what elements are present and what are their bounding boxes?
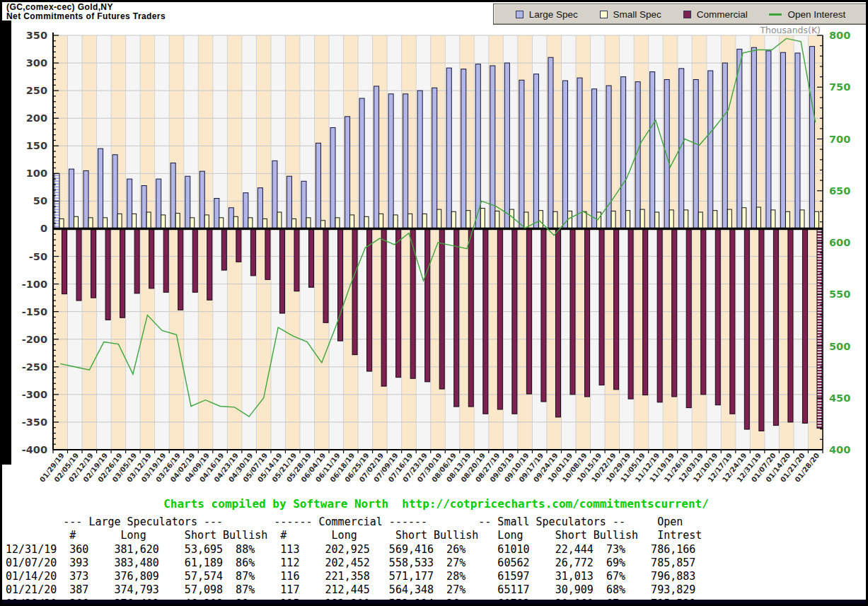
left-axis-tick-label: 100	[26, 168, 47, 179]
large-spec-bar	[98, 148, 103, 228]
small-spec-bar	[771, 210, 775, 229]
left-border-band	[2, 21, 11, 465]
cot-data-table: --- Large Speculators --- ------ Commerc…	[6, 515, 702, 606]
small-spec-bar	[88, 218, 93, 229]
small-spec-bar	[175, 214, 180, 229]
left-axis-tick-label: -300	[22, 389, 47, 400]
small-spec-bar	[567, 211, 572, 228]
commercial-bar	[759, 228, 764, 431]
commercial-bar	[91, 228, 96, 298]
commercial-bar	[701, 228, 706, 394]
small-spec-bar	[553, 211, 557, 228]
large-spec-bar	[359, 98, 364, 228]
small-spec-bar	[393, 215, 398, 229]
large-spec-bar	[345, 117, 350, 229]
small-spec-bar	[190, 218, 195, 229]
small-spec-bar	[350, 215, 354, 229]
large-spec-bar	[577, 78, 582, 228]
right-axis-tick-label: 700	[829, 134, 850, 145]
small-spec-bar	[611, 211, 615, 228]
commercial-bar	[279, 228, 284, 313]
large-spec-bar	[446, 68, 451, 228]
small-spec-bar	[800, 210, 804, 229]
small-spec-bar	[146, 212, 151, 228]
large-spec-bar	[766, 51, 771, 229]
right-axis-tick-label: 600	[829, 237, 850, 248]
left-axis-tick-label: 0	[40, 223, 47, 234]
large-spec-bar	[403, 94, 408, 229]
commercial-bar	[352, 228, 357, 354]
large-spec-bar	[156, 179, 161, 228]
commercial-bar	[294, 228, 299, 291]
large-spec-bar	[519, 80, 524, 228]
commercial-bar	[265, 228, 270, 279]
large-spec-bar	[228, 208, 233, 229]
large-spec-bar	[272, 161, 277, 228]
large-spec-bar	[621, 77, 626, 229]
large-spec-bar	[214, 198, 219, 228]
small-spec-bar	[495, 211, 499, 228]
small-spec-bar	[655, 212, 659, 228]
commercial-bar	[207, 228, 212, 300]
commercial-bar	[585, 228, 590, 397]
large-spec-bar	[199, 171, 204, 228]
large-spec-bar	[461, 69, 466, 229]
left-axis-tick-label: 150	[26, 140, 47, 151]
right-axis-tick-label: 450	[829, 392, 850, 404]
commercial-bar	[788, 228, 793, 421]
large-spec-bar	[170, 163, 175, 228]
commercial-bar	[149, 228, 154, 288]
large-spec-bar	[301, 181, 306, 228]
commercial-bar	[599, 228, 604, 385]
left-axis-tick-label: 350	[26, 30, 47, 41]
small-spec-bar	[321, 221, 325, 229]
large-spec-bar	[737, 49, 742, 229]
large-spec-bar	[809, 47, 814, 229]
small-spec-bar	[756, 207, 760, 228]
commercial-bar	[308, 228, 313, 287]
small-spec-bar	[117, 214, 122, 228]
right-axis-tick-label: 550	[829, 289, 850, 300]
commercial-bar	[236, 228, 241, 262]
large-spec-bar	[504, 63, 509, 228]
commercial-bar	[120, 228, 125, 317]
small-spec-bar	[582, 211, 586, 228]
commercial-bar	[468, 228, 473, 407]
commercial-bar	[526, 228, 531, 394]
left-axis-tick-label: -50	[29, 251, 47, 262]
commercial-bar	[323, 228, 328, 322]
small-spec-bar	[219, 218, 224, 229]
large-spec-bar	[112, 155, 117, 229]
commercial-bar	[555, 228, 560, 416]
small-spec-bar	[538, 211, 543, 229]
large-spec-bar	[650, 72, 655, 229]
left-axis-tick-label: -350	[22, 416, 47, 428]
small-spec-bar	[248, 218, 253, 229]
small-spec-bar	[306, 218, 311, 229]
small-spec-bar	[509, 209, 514, 228]
large-spec-bar	[795, 53, 800, 228]
left-axis-tick-label: 50	[33, 195, 47, 206]
small-spec-bar	[466, 211, 470, 229]
small-spec-bar	[451, 211, 456, 228]
small-spec-bar	[132, 214, 137, 228]
large-spec-bar	[374, 86, 379, 229]
left-axis-tick-label: 250	[26, 85, 47, 96]
commercial-bar	[686, 228, 691, 407]
commercial-bar	[773, 228, 778, 425]
large-spec-bar	[592, 89, 597, 229]
left-axis-labels: 350300250200150100500-50-100-150-200-250…	[22, 30, 47, 455]
left-axis-tick-label: -400	[22, 444, 47, 455]
small-spec-bar	[408, 214, 412, 228]
commercial-bar	[802, 228, 807, 423]
small-spec-bar	[480, 209, 485, 229]
commercial-bar	[163, 228, 168, 292]
commercial-bar	[338, 228, 343, 341]
large-spec-bar	[69, 169, 74, 228]
small-spec-bar	[204, 215, 209, 229]
cot-chart-page: (GC,comex-cec) Gold,NY Net Commitments o…	[0, 0, 868, 606]
commercial-bar	[744, 228, 749, 429]
small-spec-bar	[727, 209, 731, 228]
commercial-bar	[570, 228, 575, 394]
commercial-bar	[62, 228, 67, 293]
